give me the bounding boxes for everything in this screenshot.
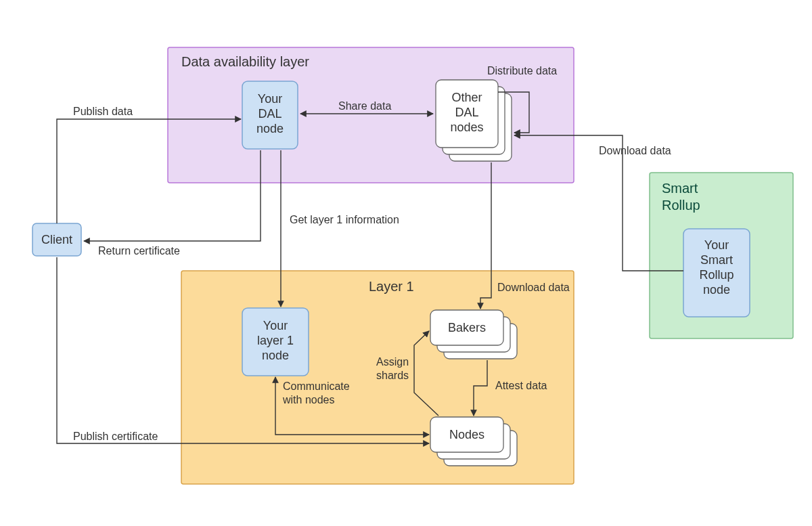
architecture-diagram: Data availability layer Layer 1 Smart Ro… bbox=[0, 0, 812, 526]
client-label: Client bbox=[41, 233, 72, 246]
edge-communicate-l2: with nodes bbox=[282, 394, 335, 406]
smart-rollup-title-l2: Rollup bbox=[662, 198, 700, 213]
edge-publish-data-label: Publish data bbox=[73, 106, 133, 117]
your-l1-l2: layer 1 bbox=[257, 334, 294, 347]
your-l1-l1: Your bbox=[263, 319, 288, 332]
edge-download-data-inner-label: Download data bbox=[497, 282, 570, 293]
your-l1-l3: node bbox=[262, 349, 289, 362]
edge-get-l1-info-label: Get layer 1 information bbox=[290, 214, 399, 225]
sr-node-l4: node bbox=[703, 283, 730, 297]
edge-communicate-l1: Communicate bbox=[283, 380, 350, 392]
edge-publish-certificate-label: Publish certificate bbox=[73, 431, 158, 442]
bakers-stack: Bakers bbox=[430, 310, 517, 359]
smart-rollup-title-l1: Smart bbox=[662, 181, 698, 196]
your-dal-l1: Your bbox=[258, 92, 282, 106]
other-dal-l1: Other bbox=[451, 91, 482, 104]
your-dal-l2: DAL bbox=[258, 107, 281, 120]
layer1-title: Layer 1 bbox=[369, 279, 414, 294]
edge-distribute-data-label: Distribute data bbox=[487, 65, 557, 76]
your-dal-l3: node bbox=[256, 122, 284, 135]
nodes-stack: Nodes bbox=[430, 417, 517, 466]
edge-assign-shards-l2: shards bbox=[376, 370, 409, 381]
dal-title: Data availability layer bbox=[181, 54, 309, 69]
edge-share-data-label: Share data bbox=[338, 100, 391, 112]
bakers-label: Bakers bbox=[448, 321, 486, 334]
sr-node-l1: Your bbox=[704, 238, 729, 252]
edge-assign-shards-l1: Assign bbox=[376, 356, 409, 368]
edge-return-certificate-label: Return certificate bbox=[98, 245, 180, 257]
edge-attest-data-label: Attest data bbox=[495, 380, 547, 391]
sr-node-l2: Smart bbox=[700, 253, 733, 267]
nodes-label: Nodes bbox=[449, 428, 484, 441]
other-dal-l2: DAL bbox=[455, 106, 478, 119]
sr-node-l3: Rollup bbox=[699, 268, 734, 282]
edge-download-data-sr-label: Download data bbox=[599, 145, 671, 156]
other-dal-l3: nodes bbox=[450, 120, 483, 134]
